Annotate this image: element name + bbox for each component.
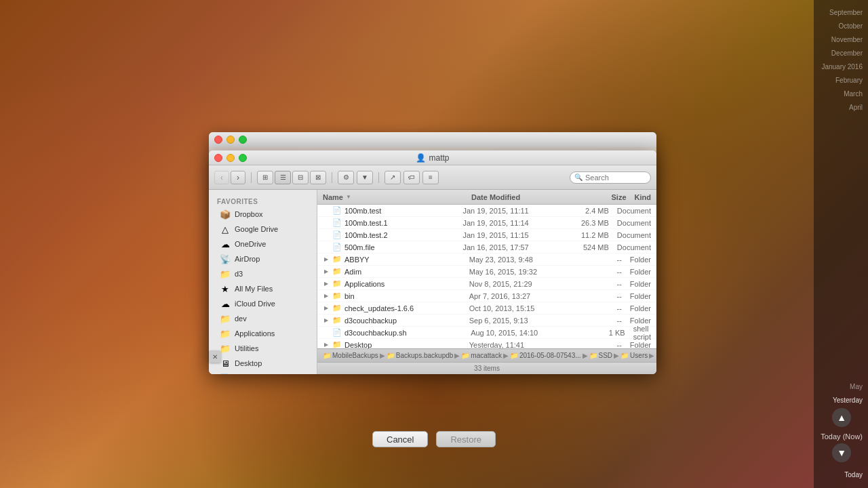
sidebar-item-google-drive[interactable]: △ Google Drive	[212, 222, 314, 237]
doc-icon: 📄	[332, 206, 342, 216]
sidebar-item-dev[interactable]: 📁 dev	[212, 311, 314, 326]
breadcrumb-item[interactable]: 📁2016-05-08-07543...	[510, 352, 581, 359]
restore-button[interactable]: Restore	[436, 431, 496, 447]
timeline-may[interactable]: May	[850, 381, 863, 393]
table-row[interactable]: ▶ 📁 d3couchbackup Sep 6, 2015, 9:13 -- F…	[317, 314, 656, 327]
action-button[interactable]: ▼	[357, 171, 373, 184]
timeline-down-button[interactable]: ▼	[832, 443, 851, 462]
col-header-size[interactable]: Size	[574, 193, 626, 201]
expand-arrow[interactable]: ▶	[323, 342, 330, 348]
d3-icon: 📁	[220, 268, 231, 279]
expand-arrow[interactable]: ▶	[323, 317, 330, 324]
sidebar-item-d3[interactable]: 📁 d3	[212, 266, 314, 281]
sidebar-item-desktop[interactable]: 🖥 Desktop	[212, 356, 314, 371]
col-header-date[interactable]: Date Modified	[471, 193, 574, 201]
breadcrumb-item[interactable]: 📁MobileBackups	[323, 352, 378, 359]
timeline-october[interactable]: October	[838, 20, 863, 33]
timeline-march[interactable]: March	[844, 88, 863, 100]
file-date: Nov 8, 2015, 21:29	[469, 280, 571, 288]
table-row[interactable]: ▶ 📁 Applications Nov 8, 2015, 21:29 -- F…	[317, 278, 656, 290]
file-kind: shell script	[625, 325, 651, 341]
google-drive-icon: △	[220, 224, 231, 235]
sidebar-item-dropbox[interactable]: 📦 Dropbox	[212, 207, 314, 222]
timeline-up-button[interactable]: ▲	[832, 408, 851, 427]
sidebar-item-icloud-drive[interactable]: ☁ iCloud Drive	[212, 296, 314, 311]
timeline-december[interactable]: December	[831, 47, 863, 60]
table-row[interactable]: 📄 100mb.test.1 Jan 19, 2015, 11:14 26.3 …	[317, 217, 656, 229]
cancel-button[interactable]: Cancel	[372, 431, 428, 447]
breadcrumb-item[interactable]: 📁macattack	[461, 352, 502, 359]
table-row[interactable]: ▶ 📁 ABBYY May 23, 2013, 9:48 -- Folder	[317, 253, 656, 266]
icon-view-button[interactable]: ⊞	[257, 171, 273, 184]
file-size: --	[571, 268, 622, 276]
column-view-button[interactable]: ⊟	[292, 171, 309, 184]
file-date: Apr 7, 2016, 13:27	[469, 292, 571, 300]
bottom-buttons: Cancel Restore	[372, 431, 496, 447]
window-title: 👤 mattp	[416, 153, 449, 163]
more-button[interactable]: ≡	[422, 171, 439, 184]
file-kind: Document	[609, 207, 651, 215]
window-close-x[interactable]: ✕	[209, 350, 221, 363]
arrange-button[interactable]: ⚙	[338, 171, 354, 184]
file-list-container: Name ▼ Date Modified Size Kind 📄 100mb.t…	[317, 190, 656, 374]
sidebar-label-onedrive: OneDrive	[235, 240, 266, 248]
timeline-february[interactable]: February	[835, 75, 863, 87]
expand-arrow[interactable]: ▶	[323, 268, 330, 275]
applications-icon: 📁	[220, 328, 231, 339]
col-header-name[interactable]: Name ▼	[323, 193, 471, 201]
table-row[interactable]: ▶ 📁 bin Apr 7, 2016, 13:27 -- Folder	[317, 290, 656, 302]
sidebar-item-onedrive[interactable]: ☁ OneDrive	[212, 237, 314, 251]
breadcrumb-item[interactable]: 📁Users	[620, 352, 648, 359]
table-row[interactable]: ▶ 📁 check_updates-1.6.6 Oct 10, 2013, 15…	[317, 302, 656, 314]
sidebar-item-applications[interactable]: 📁 Applications	[212, 326, 314, 341]
table-row[interactable]: 📄 100mb.test.2 Jan 19, 2015, 11:15 11.2 …	[317, 229, 656, 241]
table-row[interactable]: ▶ 📁 Adim May 16, 2015, 19:32 -- Folder	[317, 266, 656, 278]
expand-arrow[interactable]: ▶	[323, 305, 330, 312]
forward-button[interactable]: ›	[231, 171, 245, 184]
toolbar-separator-2	[332, 172, 332, 183]
list-view-button[interactable]: ☰	[275, 171, 291, 184]
expand-arrow[interactable]: ▶	[323, 281, 330, 287]
tag-button[interactable]: 🏷	[403, 171, 420, 184]
close-button[interactable]	[214, 154, 222, 162]
window-title-icon: 👤	[416, 153, 426, 163]
timeline-april[interactable]: April	[849, 102, 863, 114]
file-name: Applications	[344, 280, 384, 288]
share-button[interactable]: ↗	[384, 171, 401, 184]
sidebar-item-airdrop[interactable]: 📡 AirDrop	[212, 251, 314, 266]
timeline-jan2016[interactable]: January 2016	[821, 61, 863, 73]
table-row[interactable]: ▶ 📁 Desktop Yesterday, 11:41 -- Folder	[317, 339, 656, 348]
table-row[interactable]: 📄 500m.file Jan 16, 2015, 17:57 524 MB D…	[317, 241, 656, 253]
minimize-button[interactable]	[226, 154, 235, 162]
icloud-icon: ☁	[220, 298, 231, 309]
timeline-september[interactable]: September	[829, 7, 863, 19]
folder-icon: 📁	[332, 255, 342, 264]
timeline-november[interactable]: November	[831, 34, 863, 46]
table-row[interactable]: 📄 d3couchbackup.sh Aug 10, 2015, 14:10 1…	[317, 327, 656, 339]
coverflow-view-button[interactable]: ⊠	[310, 171, 326, 184]
search-box[interactable]: 🔍	[570, 171, 651, 184]
breadcrumb-item[interactable]: 📁mattp	[656, 352, 656, 359]
doc-icon: 📄	[332, 218, 342, 228]
sidebar-item-documents[interactable]: 📄 Documents	[212, 371, 314, 374]
maximize-button[interactable]	[239, 154, 247, 162]
col-header-kind[interactable]: Kind	[627, 193, 651, 201]
sidebar-label-dev: dev	[235, 314, 247, 323]
breadcrumb-label: SSD	[599, 352, 613, 359]
table-row[interactable]: 📄 100mb.test Jan 19, 2015, 11:11 2.4 MB …	[317, 205, 656, 217]
expand-arrow[interactable]: ▶	[323, 256, 330, 263]
search-input[interactable]	[585, 174, 646, 182]
sidebar-item-utilities[interactable]: 📁 Utilities	[212, 341, 314, 356]
breadcrumb-item[interactable]: 📁Backups.backupdb	[387, 352, 454, 359]
back-button[interactable]: ‹	[214, 171, 229, 184]
breadcrumb-item[interactable]: 📁SSD	[589, 352, 613, 359]
doc-icon: 📄	[332, 230, 342, 240]
timeline-yesterday[interactable]: Yesterday	[833, 394, 863, 407]
titlebar: 👤 mattp	[209, 150, 656, 165]
item-count: 33 items	[474, 365, 500, 372]
timeline-today-bottom[interactable]: Today	[844, 469, 863, 481]
expand-arrow[interactable]: ▶	[323, 293, 330, 300]
breadcrumb-label: Users	[630, 352, 648, 359]
sidebar-item-all-my-files[interactable]: ★ All My Files	[212, 281, 314, 296]
file-size: 2.4 MB	[560, 207, 609, 215]
